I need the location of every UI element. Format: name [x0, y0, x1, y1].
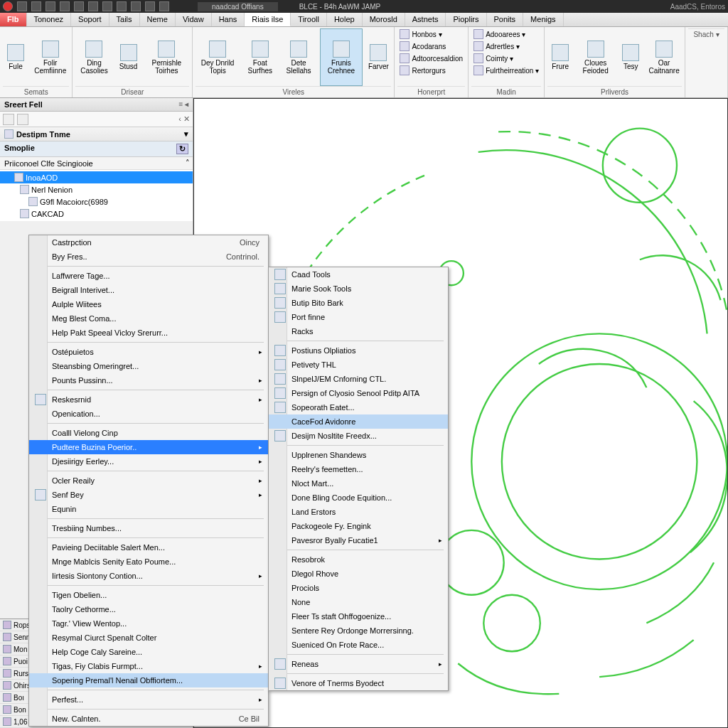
ribbon-small-button[interactable]: Honbos ▾ — [397, 28, 465, 40]
chevron-down-icon[interactable]: ▾ — [184, 129, 188, 139]
menu-tab[interactable]: Pioplirs — [446, 13, 486, 26]
menu-item[interactable]: Help Coge Caly Sareine... — [29, 645, 268, 659]
menu-item[interactable]: Taolry Cethorme... — [29, 602, 268, 616]
menu-item[interactable]: SlnpelJ/EM Cnforning CTL. — [269, 372, 448, 386]
menu-tab[interactable]: Menigs — [523, 13, 563, 26]
menu-item[interactable]: Venore of Tnerms Byodect — [269, 676, 448, 690]
menu-item[interactable]: Pudtere Buzina Poerior..▸ — [29, 440, 268, 454]
menu-item[interactable]: Tresbiing Numbes... — [29, 521, 268, 535]
menu-tab[interactable]: Tononez — [27, 13, 72, 26]
menu-item[interactable]: Done Bling Coode Equition... — [269, 491, 448, 505]
menu-item[interactable]: Packogeole Fy. Engink — [269, 519, 448, 533]
menu-item[interactable]: Sopeorath Eatet... — [269, 400, 448, 414]
menu-item[interactable]: Resymal Ciurct Spenalt Colter — [29, 631, 268, 645]
qat-icon[interactable] — [46, 1, 55, 11]
ribbon-small-button[interactable]: Coimty ▾ — [471, 53, 541, 64]
menu-item[interactable]: Resobrok — [269, 552, 448, 567]
menu-tab[interactable]: Tails — [109, 13, 140, 26]
menu-item[interactable]: Iirtesis Siontony Contion...▸ — [29, 569, 268, 583]
menu-tab[interactable]: Vidaw — [176, 13, 212, 26]
menu-item[interactable]: None — [269, 595, 448, 609]
tool-icon[interactable] — [3, 114, 14, 125]
menu-item[interactable]: Butip Bito Bark — [269, 296, 448, 310]
menu-tab[interactable]: Ponits — [487, 13, 524, 26]
menu-item[interactable]: Equnin — [29, 502, 268, 516]
ribbon-small-button[interactable]: Rertorgurs — [397, 65, 465, 76]
ribbon-small-button[interactable]: Fulrtheirreation ▾ — [471, 65, 541, 76]
tree-row[interactable]: CAKCAD — [0, 208, 193, 220]
menu-item[interactable]: Reneas▸ — [269, 657, 448, 671]
menu-item[interactable]: Beigrall Interivet... — [29, 283, 268, 297]
menu-item[interactable]: Pavieing Deciitable Salert Men... — [29, 540, 268, 555]
refresh-icon[interactable]: ↻ — [176, 144, 188, 154]
menu-item[interactable]: Reskesrnid▸ — [29, 392, 268, 407]
menu-item[interactable]: Upplrenen Shandews — [269, 448, 448, 462]
app-icon[interactable] — [3, 1, 13, 11]
tree-subheader[interactable]: Priiconoel Clfe Scingiooie ˄ — [0, 157, 193, 170]
panel-section-header[interactable]: Smoplie ↻ — [0, 141, 193, 157]
panel-collapse-icon[interactable]: ≡ ◂ — [178, 100, 188, 109]
ribbon-button[interactable]: Fule — [3, 28, 28, 86]
menu-item[interactable]: Port finne — [269, 310, 448, 324]
menu-tab[interactable]: Astnets — [405, 13, 446, 26]
menu-item[interactable]: Marie Sook Tools — [269, 282, 448, 296]
menu-item[interactable]: Djesiirigy Eerley...▸ — [29, 454, 268, 469]
menu-tab[interactable]: Tirooll — [291, 13, 327, 26]
menu-item[interactable]: Postiuns Olpliatios — [269, 343, 448, 358]
tree-row[interactable]: InoaAOD — [0, 171, 193, 183]
menu-tab[interactable]: Holep — [327, 13, 363, 26]
menu-tab[interactable]: Hans — [212, 13, 245, 26]
doc-dropdown[interactable]: naadcad Offians — [198, 2, 278, 11]
menu-item[interactable]: Reelry's feemetten... — [269, 462, 448, 476]
menu-item[interactable]: Ostépuietos▸ — [29, 345, 268, 359]
menu-item[interactable]: Tigen Obelien... — [29, 588, 268, 602]
menu-tab[interactable]: Morosld — [363, 13, 405, 26]
panel-section-header[interactable]: Destipm Tnme ▾ — [0, 127, 193, 141]
qat-icon[interactable] — [117, 1, 127, 11]
menu-item[interactable]: Land Erstors — [269, 505, 448, 519]
ribbon-button[interactable]: Dey Dnrild Topis — [196, 28, 240, 86]
ribbon-button[interactable]: Stusd — [116, 28, 141, 86]
ribbon-search[interactable]: Shach ▾ — [688, 28, 724, 38]
qat-icon[interactable] — [102, 1, 112, 11]
menu-item[interactable]: CastrpctionOincy — [29, 235, 268, 250]
menu-item[interactable]: Caad Tools — [269, 267, 448, 282]
menu-item[interactable]: Pavesror Byally Fucatie1▸ — [269, 533, 448, 547]
menu-item[interactable]: Sueniced On Frote Race... — [269, 638, 448, 652]
ribbon-small-button[interactable]: Adooarees ▾ — [471, 28, 541, 40]
menu-item[interactable]: Dlegol Rhove — [269, 567, 448, 581]
menu-item[interactable]: Sentere Rey Ordonge Morrersinng. — [269, 623, 448, 638]
qat-icon[interactable] — [60, 1, 70, 11]
tree-row[interactable]: G9fl Macoiorc(6989 — [0, 196, 193, 208]
ribbon-button[interactable]: Frunis Crehnee — [320, 28, 363, 86]
ribbon-button[interactable]: Ding Casolies — [75, 28, 112, 86]
tool-icon[interactable] — [17, 114, 28, 125]
menu-item[interactable]: Steansbing Omeringret... — [29, 359, 268, 373]
menu-item[interactable]: Nloct Mart... — [269, 476, 448, 491]
menu-tab[interactable]: Riais ilse — [245, 13, 291, 26]
ribbon-small-button[interactable]: Adrertles ▾ — [471, 41, 541, 52]
menu-item[interactable]: Prociols — [269, 581, 448, 595]
menu-item[interactable]: Byy Fres..Contrinol. — [29, 250, 268, 264]
ribbon-button[interactable]: Oar Caitnanre — [646, 28, 682, 86]
ribbon-button[interactable]: Dete Slellahs — [281, 28, 317, 86]
menu-item[interactable]: Racks — [269, 324, 448, 338]
ribbon-button[interactable]: Foat Surfhes — [242, 28, 278, 86]
menu-item[interactable]: New. Calnten.Ce Bil — [29, 712, 268, 726]
tree-row[interactable]: Nerl Nenion — [0, 183, 193, 196]
ribbon-button[interactable]: Pernishle Toirhes — [144, 28, 190, 86]
menu-item[interactable]: Tagr.' Vliew Wentop... — [29, 616, 268, 631]
qat-icon[interactable] — [74, 1, 84, 11]
menu-tab[interactable]: Neme — [140, 13, 176, 26]
qat-icon[interactable] — [88, 1, 98, 11]
ribbon-button[interactable]: Cloues Feioded — [576, 28, 615, 86]
qat-icon[interactable] — [159, 1, 169, 11]
menu-item[interactable]: Fleer Ts staft Ohffogoenize... — [269, 609, 448, 623]
ribbon-button[interactable]: Farver — [365, 28, 391, 86]
menu-item[interactable]: Sopering Premal'l Nenail Obffiortem... — [29, 673, 268, 687]
ribbon-button[interactable]: Tesy — [618, 28, 643, 86]
menu-tab[interactable]: Soport — [71, 13, 109, 26]
qat-icon[interactable] — [131, 1, 141, 11]
menu-item[interactable]: Persign of Clyosio Senool Pditp AITA — [269, 386, 448, 400]
menu-item[interactable]: Laffwrere Tage... — [29, 269, 268, 283]
